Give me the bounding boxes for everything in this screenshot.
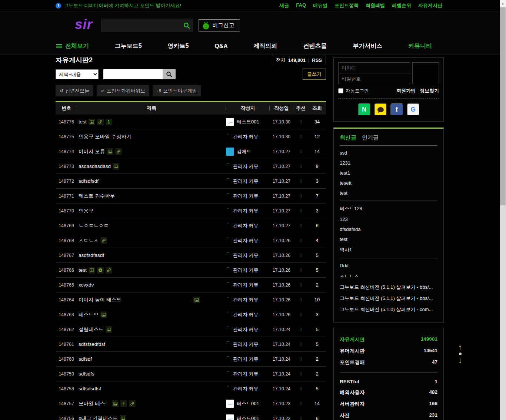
author-name[interactable]: 관리자 커뮤 [233,341,259,348]
author-name[interactable]: 관리자 커뮤 [233,386,259,392]
latest-post-link[interactable]: 123 [340,214,437,224]
post-title-link[interactable]: xcvxdv [79,282,94,288]
author-name[interactable]: 관리자 커뮤 [233,208,259,214]
write-button[interactable]: 글쓰기 [303,69,326,80]
latest-post-link[interactable]: 역사1 [340,244,437,255]
author-name[interactable]: 관리자 커뮤 [233,371,259,377]
facebook-login-button[interactable]: f [390,103,403,116]
latest-post-link[interactable]: 테스트123 [340,203,437,214]
latest-post-link[interactable]: test [340,188,437,198]
post-title-link[interactable]: 테스트으 [79,311,99,318]
author-name[interactable]: 관리자 커뮤 [233,237,259,244]
table-row[interactable]: 148773asdasdasdasd¨관리자 커뮤17.10.2709 [56,159,326,174]
board-search-input[interactable] [103,69,163,79]
board-link-포인트경매[interactable]: 포인트경매47 [340,357,437,368]
author-name[interactable]: 관리자 커뮤 [233,356,259,363]
table-row[interactable]: 148762정렬테스트¨관리자 커뮤17.10.2405 [56,322,326,337]
table-row[interactable]: 148764이미지 높이 테스트——————————————¨관리자 커뮤17.… [56,292,326,307]
latest-post-link[interactable]: 그누보드 최신버전 (5.1.0) 살펴보기 - com... [340,304,437,315]
auto-login-checkbox[interactable] [338,88,343,93]
post-title-link[interactable]: sdfsdsdfsf [79,386,101,391]
table-row[interactable]: 148758sdfsdsdfsf¨관리자 커뮤17.10.2405 [56,381,326,396]
table-row[interactable]: 148770인용구¨관리자 커뮤17.10.2703 [56,204,326,218]
latest-post-link[interactable]: ssd [340,148,437,158]
table-row[interactable]: 148772sdfsdfsdf¨관리자 커뮤17.10.2703 [56,174,326,189]
post-title-link[interactable]: 이미지 오류 [79,148,105,155]
table-row[interactable]: 148760sdfsdf¨관리자 커뮤17.10.2402 [56,352,326,367]
top-link-4[interactable]: 회원레벨 [366,2,385,9]
nav-item-7[interactable]: 커뮤니티 [408,42,432,50]
nav-item-1[interactable]: 그누보드5 [115,42,142,50]
author-name[interactable]: 관리자 커뮤 [233,193,259,199]
latest-post-link[interactable]: tesett [340,178,437,188]
author-name[interactable]: 관리자 커뮤 [233,282,259,288]
board-link-유머게시판[interactable]: 유머게시판14541 [340,345,437,357]
latest-post-link[interactable]: 그누보드 최신버전 (5.1.1) 살펴보기 - bbs/... [340,282,437,293]
nav-item-5[interactable]: 컨텐츠몰 [303,42,327,50]
login-id-input[interactable] [338,62,410,73]
table-row[interactable]: 148759sdfsdfs¨관리자 커뮤17.10.2402 [56,367,326,381]
kakao-login-button[interactable] [374,103,387,116]
post-title-link[interactable]: 모바일 테스트 [79,400,110,407]
table-row[interactable]: 148767asdfsdfasdf¨관리자 커뮤17.10.2605 [56,248,326,263]
post-title-link[interactable]: 정렬테스트 [79,326,104,333]
top-link-6[interactable]: 자유게시판 [418,2,442,9]
nav-item-4[interactable]: 제작의뢰 [254,42,277,50]
author-name[interactable]: 테스트001 [237,400,259,407]
table-row[interactable]: 148775인용구 모바일 수정하기¨관리자 커뮤17.10.30012 [56,129,326,144]
tab-인기글[interactable]: 인기글 [362,134,379,141]
author-name[interactable]: 테스트001 [237,119,259,125]
author-name[interactable]: 관리자 커뮤 [233,267,259,274]
post-title-link[interactable]: p태그 간격테스트 [79,415,118,420]
board-search-button[interactable] [163,69,176,79]
table-row[interactable]: 148766test¨관리자 커뮤17.10.2605 [56,263,326,278]
latest-post-link[interactable]: ㅅㄷㄴㅅ [340,271,437,282]
scroll-dot-icon[interactable] [459,353,462,355]
board-link-사진[interactable]: 사진231 [340,410,437,420]
tool-button-1[interactable]: ☞포인트가위바위보 [97,85,149,96]
tool-button-2[interactable]: ↓9포인트야구게임 [153,85,201,96]
post-title-link[interactable]: sdfsfsedfdsf [79,341,105,347]
post-title-link[interactable]: 이미지 높이 테스트—————————————— [79,297,192,303]
google-login-button[interactable]: G [407,103,420,116]
post-title-link[interactable]: asdasdasdasd [79,163,111,169]
post-title-link[interactable]: test [79,267,87,273]
table-row[interactable]: 148756p태그 간격테스트테스트00117.10.2306 [56,411,326,420]
table-row[interactable]: 148768ㅅㄷㄴㅅ¨관리자 커뮤17.10.2604 [56,233,326,248]
nav-item-6[interactable]: 부가서비스 [353,42,382,50]
latest-post-link[interactable]: dfsdafsda [340,224,437,234]
find-info-link[interactable]: 정보찾기 [420,87,439,94]
post-title-link[interactable]: ㄴㅇㄹㄴㅇㄹ [79,222,109,229]
latest-post-link[interactable]: Ddd [340,261,437,271]
author-name[interactable]: 관리자 커뮤 [233,178,259,185]
table-row[interactable]: 148771테스트 김수한무¨관리자 커뮤17.10.2707 [56,189,326,204]
post-title-link[interactable]: sdfsdfsdf [79,178,99,184]
post-title-link[interactable]: test [79,119,87,125]
author-name[interactable]: 테스트001 [237,415,259,420]
latest-post-link[interactable]: test [340,234,437,244]
scrollbar-up-icon[interactable]: ▲ [500,0,506,7]
top-link-0[interactable]: 새글 [279,2,289,9]
post-title-link[interactable]: asdfsdfasdf [79,252,104,258]
post-title-link[interactable]: ㅅㄷㄴㅅ [79,237,99,244]
board-link-자유게시판[interactable]: 자유게시판149001 [340,334,437,345]
notice[interactable]: ! 그누보드 더미데이터에 기여하시고 포인트 받아가세요! [56,2,181,9]
naver-login-button[interactable]: N [358,103,371,116]
rss-link[interactable]: RSS [312,57,322,63]
table-row[interactable]: 148769ㄴㅇㄹㄴㅇㄹ¨관리자 커뮤17.10.2706 [56,218,326,233]
bug-report-button[interactable]: 버그신고 [199,19,240,32]
post-title-link[interactable]: 테스트 김수한무 [79,193,115,199]
table-row[interactable]: 148761sdfsfsedfdsf¨관리자 커뮤17.10.2405 [56,337,326,352]
latest-post-link[interactable]: 1231 [340,158,437,168]
author-name[interactable]: 관리자 커뮤 [233,252,259,259]
latest-post-link[interactable]: test1 [340,168,437,178]
signup-link[interactable]: 회원가입 [396,87,416,94]
top-link-2[interactable]: 매뉴얼 [313,2,327,9]
scroll-top-icon[interactable]: ↑ [458,344,462,351]
scrollbar-thumb[interactable] [500,7,506,205]
search-icon[interactable] [181,22,192,29]
login-button[interactable] [412,62,439,84]
post-title-link[interactable]: 인용구 모바일 수정하기 [79,133,132,140]
board-link-서버관리자[interactable]: 서버관리자166 [340,398,437,410]
nav-item-2[interactable]: 영카트5 [168,42,189,50]
